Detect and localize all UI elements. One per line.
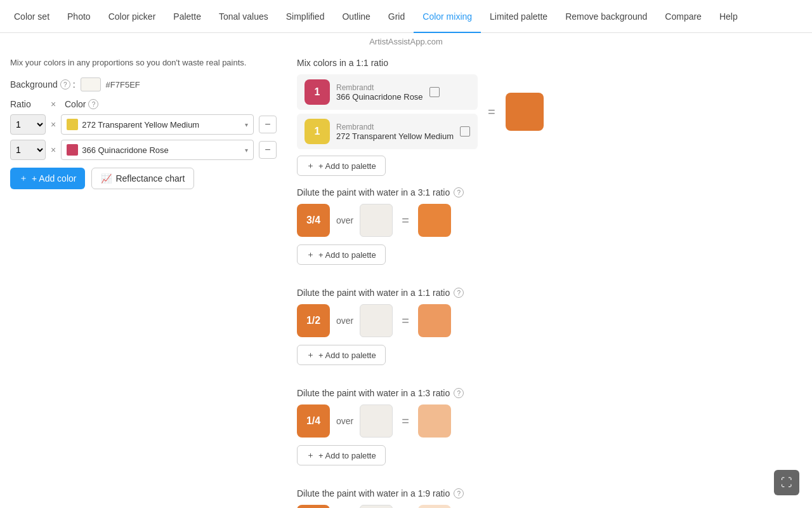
mix-badge-2: 1 [304, 119, 330, 144]
color-row-1: 1 2 3 × 272 Transparent Yellow Medium ▾ … [10, 114, 277, 135]
nav-tonal-values[interactable]: Tonal values [210, 0, 277, 33]
nav-simplified[interactable]: Simplified [277, 0, 334, 33]
dilute-1-3-badge: 1/4 [297, 404, 330, 438]
dilute-1-1-section: Dilute the paint with water in a 1:1 rat… [297, 288, 802, 377]
dilute-1-9-help-icon[interactable]: ? [454, 488, 464, 498]
add-palette-3-1-label: + Add to palette [318, 250, 376, 260]
remove-color-1-button[interactable]: − [259, 116, 277, 133]
mix-equals: = [488, 105, 495, 119]
fullscreen-button[interactable]: ⛶ [774, 470, 799, 495]
left-panel: Mix your colors in any proportions so yo… [10, 58, 277, 508]
dilute-1-1-help-icon[interactable]: ? [454, 288, 464, 298]
dilute-3-1-section: Dilute the paint with water in a 3:1 rat… [297, 187, 802, 276]
plus-icon-3-1: ＋ [306, 249, 315, 260]
add-color-button[interactable]: ＋ + Add color [10, 168, 85, 189]
dilute-1-9-section: Dilute the paint with water in a 1:9 rat… [297, 488, 802, 508]
add-palette-label: + Add to palette [318, 161, 376, 171]
mix-paint-2: 272 Transparent Yellow Medium [336, 131, 454, 141]
app-subtitle: ArtistAssistApp.com [0, 33, 812, 48]
color-col-header: Color ? [65, 99, 98, 109]
chart-icon: 📈 [101, 173, 112, 184]
mix-checkbox-1[interactable] [429, 87, 440, 97]
action-row: ＋ + Add color 📈 Reflectance chart [10, 168, 277, 189]
nav-bar: Color set Photo Color picker Palette Ton… [0, 0, 812, 33]
main-content: Mix your colors in any proportions so yo… [0, 48, 812, 508]
add-to-palette-1-3-button[interactable]: ＋ + Add to palette [297, 445, 386, 465]
mix-paint-1: 366 Quinacridone Rose [336, 92, 423, 102]
plus-icon-1-1: ＋ [306, 349, 315, 361]
reflectance-label: Reflectance chart [115, 173, 185, 184]
add-to-palette-3-1-button[interactable]: ＋ + Add to palette [297, 244, 386, 265]
nav-compare[interactable]: Compare [656, 0, 710, 33]
add-to-palette-1-1-button[interactable]: ＋ + Add to palette [297, 345, 386, 365]
color-dropdown-2[interactable]: 366 Quinacridone Rose ▾ [61, 140, 254, 160]
dilute-1-3-row: 1/4 over = [297, 404, 802, 438]
mix-card-1-info: Rembrandt 366 Quinacridone Rose [336, 83, 423, 102]
times-col-header: × [51, 99, 60, 109]
dilute-1-9-water [360, 505, 393, 508]
ratio-color-header: Ratio × Color ? [10, 99, 277, 109]
plus-icon: ＋ [19, 173, 28, 184]
mix-1-1-section: Mix colors in a 1:1 ratio 1 Rembrandt 36… [297, 58, 802, 187]
nav-grid[interactable]: Grid [379, 0, 414, 33]
dilute-1-1-water [360, 304, 393, 337]
color-swatch-1 [67, 119, 78, 130]
dilute-1-3-water [360, 404, 393, 438]
nav-palette[interactable]: Palette [164, 0, 210, 33]
mix-badge-1: 1 [304, 79, 330, 105]
dilute-3-1-over: over [336, 215, 353, 225]
background-color-swatch[interactable] [81, 77, 101, 91]
dilute-1-1-row: 1/2 over = [297, 304, 802, 337]
nav-outline[interactable]: Outline [333, 0, 379, 33]
dilute-3-1-title: Dilute the paint with water in a 3:1 rat… [297, 187, 802, 197]
color-name-2: 366 Quinacridone Rose [82, 145, 241, 155]
dilute-1-9-row: 1/10 over = [297, 505, 802, 508]
mix-checkbox-2[interactable] [460, 126, 470, 137]
mix-card-1: 1 Rembrandt 366 Quinacridone Rose [297, 74, 478, 110]
dilute-1-3-help-icon[interactable]: ? [454, 388, 464, 398]
add-to-palette-mix-button[interactable]: ＋ + Add to palette [297, 156, 386, 176]
background-help-icon[interactable]: ? [60, 79, 70, 90]
dilute-1-3-title: Dilute the paint with water in a 1:3 rat… [297, 388, 802, 398]
color-row-2: 1 2 3 × 366 Quinacridone Rose ▾ − [10, 140, 277, 160]
add-palette-1-1-label: + Add to palette [318, 351, 376, 360]
ratio-select-1[interactable]: 1 2 3 [10, 114, 46, 135]
dilute-1-1-result [418, 304, 451, 337]
dilute-1-3-result [418, 404, 451, 438]
ratio-col-header: Ratio [10, 99, 46, 109]
dilute-1-1-badge: 1/2 [297, 304, 330, 337]
color-swatch-2 [67, 144, 78, 156]
nav-color-picker[interactable]: Color picker [100, 0, 165, 33]
nav-color-set[interactable]: Color set [5, 0, 58, 33]
nav-color-mixing[interactable]: Color mixing [414, 0, 481, 33]
color-dropdown-1[interactable]: 272 Transparent Yellow Medium ▾ [61, 114, 254, 135]
dilute-1-1-title: Dilute the paint with water in a 1:1 rat… [297, 288, 802, 298]
remove-color-2-button[interactable]: − [259, 141, 277, 159]
ratio-select-2[interactable]: 1 2 3 [10, 140, 46, 160]
background-hex: #F7F5EF [106, 80, 140, 90]
dilute-1-3-equals: = [402, 414, 409, 429]
fullscreen-icon: ⛶ [781, 476, 792, 490]
nav-help[interactable]: Help [710, 0, 747, 33]
dilute-3-1-help-icon[interactable]: ? [454, 187, 464, 197]
times-2: × [51, 145, 56, 155]
mix-brand-1: Rembrandt [336, 83, 423, 92]
dilute-1-3-over: over [336, 416, 353, 426]
color-help-icon[interactable]: ? [88, 99, 98, 109]
reflectance-chart-button[interactable]: 📈 Reflectance chart [91, 168, 194, 189]
dilute-1-3-section: Dilute the paint with water in a 1:3 rat… [297, 388, 802, 477]
mix-card-2: 1 Rembrandt 272 Transparent Yellow Mediu… [297, 114, 478, 149]
mix-result-swatch [506, 93, 544, 131]
plus-icon-palette: ＋ [306, 160, 315, 171]
dilute-3-1-water [360, 204, 393, 237]
dilute-3-1-equals: = [402, 213, 409, 228]
nav-photo[interactable]: Photo [58, 0, 100, 33]
dilute-1-9-title: Dilute the paint with water in a 1:9 rat… [297, 488, 802, 498]
mix-card-2-info: Rembrandt 272 Transparent Yellow Medium [336, 123, 454, 141]
background-row: Background ? : #F7F5EF [10, 77, 277, 91]
right-panel: Mix colors in a 1:1 ratio 1 Rembrandt 36… [297, 58, 802, 508]
mix-cards: 1 Rembrandt 366 Quinacridone Rose 1 Remb… [297, 74, 478, 149]
nav-limited-palette[interactable]: Limited palette [481, 0, 556, 33]
nav-remove-background[interactable]: Remove background [556, 0, 656, 33]
chevron-down-icon-2: ▾ [245, 147, 248, 154]
